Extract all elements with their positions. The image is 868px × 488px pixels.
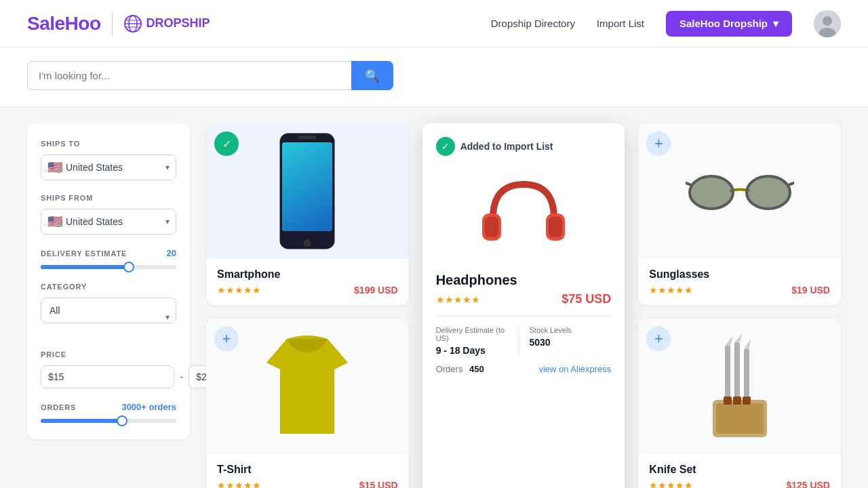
header-left: SaleHoo DROPSHIP [27,12,210,36]
ships-to-select-wrapper: 🇺🇸 United States ▾ [41,155,176,180]
svg-point-12 [304,239,311,247]
avatar[interactable] [814,10,841,37]
tshirt-image [263,332,351,441]
price-section: PRICE - [41,350,176,388]
sunglasses-image [686,164,794,218]
svg-line-19 [686,183,690,184]
search-icon: 🔍 [365,69,380,83]
search-section: 🔍 [0,47,868,107]
knifeset-image-area: + [638,319,841,454]
sunglasses-footer: ★★★★★ $19 USD [649,285,830,296]
delivery-slider-track [41,265,176,269]
search-bar: 🔍 [27,61,393,90]
delivery-estimate-section: DELIVERY ESTIMATE 20 [41,248,176,269]
ships-from-select-wrapper: 🇺🇸 United States ▾ [41,209,176,235]
chevron-down-icon: ▾ [773,18,778,30]
product-card-smartphone: ✓ [206,123,409,305]
dropship-label: DROPSHIP [146,16,210,30]
orders-value: 3000+ orders [121,402,176,412]
svg-rect-16 [549,217,562,237]
category-label: CATEGORY [41,283,176,291]
tshirt-info: T-Shirt ★★★★★ $15 USD [206,454,409,488]
us-flag-ships-to: 🇺🇸 [47,160,62,175]
sunglasses-price: $19 USD [791,285,830,296]
smartphone-name: Smartphone [217,268,398,281]
price-inputs: - [41,365,176,388]
svg-rect-31 [743,396,751,405]
svg-rect-25 [734,342,740,403]
category-select[interactable]: All [41,298,176,323]
headphones-price: $75 USD [561,292,611,306]
headphones-name: Headphones [436,272,612,288]
stock-meta-col: Stock Levels 5030 [518,326,612,356]
smartphone-image [270,130,344,252]
smartphone-footer: ★★★★★ $199 USD [217,285,398,296]
dropship-logo: DROPSHIP [123,14,210,33]
popup-check-icon: ✓ [436,137,455,156]
svg-rect-27 [744,349,749,403]
salehoo-logo: SaleHoo [27,13,101,35]
delivery-meta-col: Delivery Estimate (to US) 9 - 18 Days [436,326,518,356]
svg-point-6 [823,16,832,26]
headphones-price-row: ★★★★★ $75 USD [436,292,612,306]
svg-rect-30 [733,396,741,405]
price-dash: - [180,371,183,383]
ships-to-label: SHIPS TO [41,140,176,148]
svg-marker-26 [734,333,743,342]
smartphone-added-button[interactable]: ✓ [214,131,239,156]
popup-divider [436,316,612,317]
headphones-popup-card: ✓ Added to Import List Headph [422,123,625,488]
orders-slider-fill [41,419,122,423]
svg-marker-24 [725,336,733,346]
product-card-tshirt: + T-Shirt ★★★★★ $15 USD [206,319,409,488]
popup-orders-label: Orders 450 [436,364,484,374]
tshirt-add-button[interactable]: + [214,327,239,351]
sunglasses-image-area: + [638,123,841,259]
headphones-image-area [436,164,612,272]
added-to-import-badge: ✓ Added to Import List [436,137,612,156]
price-min-input[interactable] [41,365,174,388]
knifeset-footer: ★★★★★ $125 USD [649,480,830,488]
sunglasses-add-button[interactable]: + [646,131,671,156]
search-input[interactable] [27,61,351,90]
popup-orders-row: Orders 450 view on Aliexpress [436,364,612,374]
product-card-knifeset: + [638,319,841,488]
products-area: ✓ [206,123,841,488]
sunglasses-info: Sunglasses ★★★★★ $19 USD [638,259,841,305]
delivery-estimate-header: DELIVERY ESTIMATE 20 [41,248,176,258]
svg-rect-29 [724,396,732,405]
header-nav: Dropship Directory Import List SaleHoo D… [491,10,841,37]
delivery-slider-fill [41,265,129,269]
us-flag-ships-from: 🇺🇸 [47,214,62,229]
tshirt-image-area: + [206,319,409,454]
main-content: SHIPS TO 🇺🇸 United States ▾ SHIPS FROM 🇺… [0,107,868,488]
popup-meta: Delivery Estimate (to US) 9 - 18 Days St… [436,326,612,356]
category-select-wrapper: All ▾ [41,298,176,337]
popup-orders-value: 450 [469,364,484,374]
nav-import-list[interactable]: Import List [597,18,644,29]
knifeset-add-button[interactable]: + [646,327,671,351]
tshirt-name: T-Shirt [217,464,398,476]
headphones-image [473,167,574,269]
tshirt-footer: ★★★★★ $15 USD [217,480,398,488]
orders-slider-track [41,419,176,423]
price-label: PRICE [41,350,176,359]
svg-rect-23 [725,346,730,403]
knifeset-info: Knife Set ★★★★★ $125 USD [638,454,841,488]
orders-slider-thumb[interactable] [117,415,127,426]
sunglasses-stars: ★★★★★ [649,285,693,296]
smartphone-info: Smartphone ★★★★★ $199 USD [206,259,409,305]
ships-from-label: SHIPS FROM [41,194,176,202]
tshirt-stars: ★★★★★ [217,480,261,488]
salehoo-dropship-button[interactable]: SaleHoo Dropship ▾ [666,11,792,37]
globe-icon [123,14,142,33]
aliexpress-link[interactable]: view on Aliexpress [538,364,611,374]
search-button[interactable]: 🔍 [351,61,393,90]
stock-meta-value: 5030 [530,337,612,348]
delivery-estimate-value: 20 [167,248,176,258]
svg-rect-22 [716,403,764,434]
popup-added-text: Added to Import List [460,141,553,152]
nav-directory[interactable]: Dropship Directory [491,18,575,29]
delivery-slider-thumb[interactable] [123,262,134,272]
svg-line-20 [790,183,794,184]
